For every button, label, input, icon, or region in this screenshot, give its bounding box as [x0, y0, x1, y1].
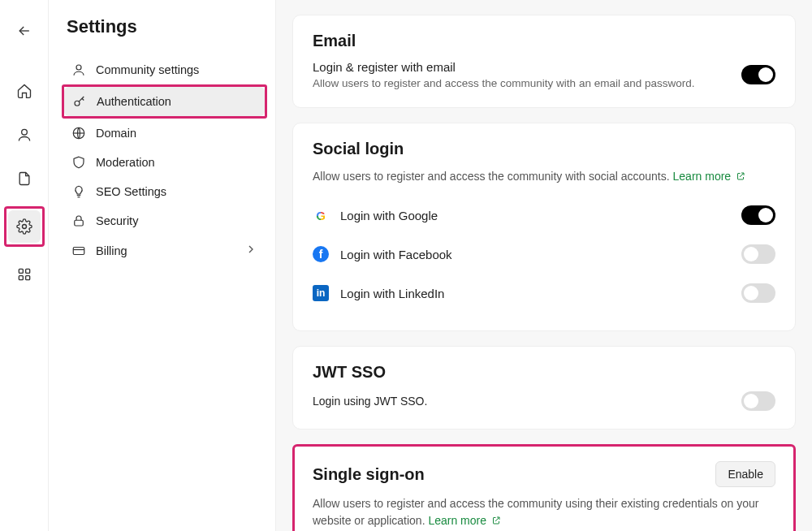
svg-rect-3	[25, 269, 29, 273]
lock-icon	[71, 214, 86, 228]
icon-rail	[0, 0, 49, 531]
sidebar-item-security[interactable]: Security	[63, 206, 266, 235]
sidebar-item-label: Billing	[96, 244, 127, 257]
main-content: Email Login & register with email Allow …	[276, 0, 812, 531]
email-card: Email Login & register with email Allow …	[292, 15, 796, 108]
sso-card-desc: Allow users to register and access the c…	[313, 495, 775, 529]
sidebar-item-domain[interactable]: Domain	[63, 119, 266, 148]
external-link-icon	[491, 516, 501, 525]
home-icon	[16, 83, 32, 99]
facebook-toggle[interactable]	[741, 244, 775, 264]
social-row-facebook: f Login with Facebook	[313, 235, 775, 274]
sso-enable-button[interactable]: Enable	[715, 461, 775, 487]
chevron-right-icon	[244, 243, 257, 258]
rail-home[interactable]	[8, 75, 41, 107]
sidebar-item-label: Security	[96, 214, 138, 227]
gear-icon	[16, 218, 32, 235]
linkedin-icon: in	[313, 285, 329, 301]
sidebar-item-billing[interactable]: Billing	[63, 235, 266, 266]
social-row-google: G Login with Google	[313, 196, 775, 235]
user-icon	[16, 127, 32, 143]
sidebar-item-label: SEO Settings	[96, 185, 166, 198]
user-icon	[71, 63, 86, 77]
jwt-card-desc: Login using JWT SSO.	[313, 393, 732, 409]
linkedin-label: Login with LinkedIn	[340, 287, 444, 300]
sidebar-item-seo[interactable]: SEO Settings	[63, 177, 266, 206]
svg-rect-4	[19, 276, 23, 280]
sidebar: Settings Community settings Authenticati…	[49, 0, 276, 531]
svg-rect-5	[25, 276, 29, 280]
social-card-desc: Allow users to register and access the c…	[313, 168, 775, 184]
sidebar-item-label: Moderation	[96, 156, 155, 169]
facebook-icon: f	[313, 246, 329, 262]
google-icon: G	[313, 207, 329, 223]
arrow-left-icon	[16, 23, 32, 39]
credit-card-icon	[71, 244, 86, 258]
rail-apps[interactable]	[8, 258, 41, 291]
sso-learn-more-link[interactable]: Learn more	[428, 514, 500, 527]
rail-back[interactable]	[8, 15, 41, 47]
rail-profile[interactable]	[8, 119, 41, 151]
svg-point-1	[22, 225, 26, 229]
sidebar-item-label: Community settings	[96, 63, 199, 76]
social-learn-more-link[interactable]: Learn more	[673, 170, 745, 183]
sidebar-item-authentication[interactable]: Authentication	[64, 87, 265, 116]
email-login-label: Login & register with email	[313, 60, 732, 74]
linkedin-toggle[interactable]	[741, 283, 775, 303]
facebook-label: Login with Facebook	[340, 248, 452, 261]
sidebar-list: Community settings Authentication Domain…	[63, 55, 266, 266]
lightbulb-icon	[71, 184, 86, 199]
google-toggle[interactable]	[741, 205, 775, 225]
sidebar-item-label: Authentication	[97, 95, 171, 108]
jwt-card-title: JWT SSO	[313, 363, 775, 382]
sidebar-item-moderation[interactable]: Moderation	[63, 148, 266, 177]
svg-rect-2	[19, 269, 23, 273]
shield-icon	[71, 155, 86, 170]
email-login-toggle[interactable]	[741, 65, 775, 84]
sidebar-item-community-settings[interactable]: Community settings	[63, 55, 266, 84]
svg-point-0	[21, 129, 27, 135]
grid-icon	[16, 266, 32, 283]
jwt-sso-card: JWT SSO Login using JWT SSO.	[292, 346, 796, 430]
svg-rect-9	[75, 220, 84, 226]
social-card-title: Social login	[313, 140, 775, 158]
jwt-toggle[interactable]	[741, 391, 775, 411]
sso-card-title: Single sign-on	[313, 465, 425, 484]
svg-rect-10	[73, 247, 84, 254]
sidebar-title: Settings	[63, 16, 266, 37]
sidebar-highlight-authentication: Authentication	[62, 84, 267, 119]
social-row-linkedin: in Login with LinkedIn	[313, 274, 775, 313]
globe-icon	[71, 126, 86, 140]
email-card-title: Email	[313, 32, 775, 50]
key-icon	[72, 94, 87, 109]
file-icon	[16, 171, 32, 187]
sidebar-item-label: Domain	[96, 127, 136, 140]
rail-settings[interactable]	[8, 210, 41, 243]
svg-point-6	[76, 65, 81, 70]
social-login-card: Social login Allow users to register and…	[292, 123, 796, 331]
sso-card: Single sign-on Enable Allow users to reg…	[292, 444, 796, 531]
rail-settings-highlight	[4, 206, 45, 247]
email-login-desc: Allow users to register and access the c…	[313, 77, 732, 89]
rail-pages[interactable]	[8, 162, 41, 195]
google-label: Login with Google	[340, 209, 438, 222]
external-link-icon	[736, 171, 745, 181]
